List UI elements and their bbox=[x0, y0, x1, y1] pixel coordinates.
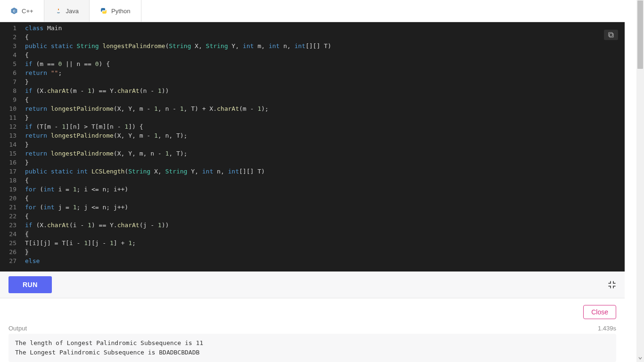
tab-cpp[interactable]: C C++ bbox=[0, 0, 44, 22]
fullscreen-exit-icon[interactable] bbox=[608, 280, 616, 289]
language-tabs: C C++ Java Python bbox=[0, 0, 625, 22]
tab-label: C++ bbox=[22, 8, 33, 15]
output-content: The length of Longest Palindromic Subseq… bbox=[8, 334, 616, 362]
tab-label: Python bbox=[111, 8, 130, 15]
cpp-icon: C bbox=[10, 7, 18, 15]
execution-time: 1.439s bbox=[598, 325, 616, 332]
copy-icon bbox=[608, 32, 614, 38]
tab-label: Java bbox=[66, 8, 79, 15]
copy-button[interactable] bbox=[604, 30, 618, 40]
code-editor[interactable]: 1234567891011121314151617181920212223242… bbox=[0, 22, 625, 272]
java-icon bbox=[55, 7, 62, 15]
scroll-down-icon[interactable] bbox=[636, 354, 644, 362]
svg-text:C: C bbox=[13, 9, 15, 13]
svg-rect-3 bbox=[609, 33, 612, 36]
code-content[interactable]: class Main{public static String longestP… bbox=[21, 24, 625, 265]
page-scrollbar[interactable] bbox=[636, 0, 644, 362]
output-label: Output bbox=[8, 325, 27, 332]
tab-java[interactable]: Java bbox=[44, 0, 90, 22]
svg-rect-2 bbox=[610, 33, 613, 37]
run-button[interactable]: RUN bbox=[8, 276, 52, 293]
python-icon bbox=[100, 7, 107, 15]
close-button[interactable]: Close bbox=[583, 305, 616, 319]
scroll-thumb[interactable] bbox=[637, 0, 643, 69]
run-bar: RUN bbox=[0, 272, 625, 298]
output-panel: Close Output 1.439s The length of Longes… bbox=[0, 298, 625, 362]
tab-python[interactable]: Python bbox=[90, 0, 141, 22]
line-gutter: 1234567891011121314151617181920212223242… bbox=[0, 24, 21, 265]
